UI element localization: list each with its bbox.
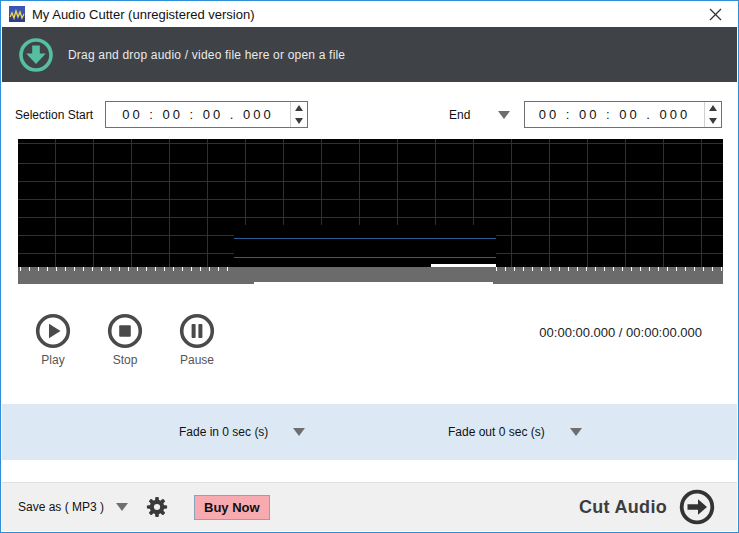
selection-start-input[interactable]: 00 : 00 : 00 . 000	[105, 101, 308, 128]
pause-button[interactable]: Pause	[167, 313, 227, 367]
end-label: End	[449, 108, 470, 122]
buy-now-button[interactable]: Buy Now	[194, 495, 270, 520]
selection-start-spinner	[290, 102, 307, 127]
cut-audio-label: Cut Audio	[579, 497, 667, 518]
time-display: 00:00:00.000 / 00:00:00.000	[539, 325, 702, 340]
window-title: My Audio Cutter (unregistered version)	[32, 7, 255, 22]
cut-audio-button[interactable]: Cut Audio	[579, 489, 715, 525]
spin-down-icon	[709, 118, 717, 124]
selection-start-label: Selection Start	[15, 108, 93, 122]
play-button[interactable]: Play	[23, 313, 83, 367]
selection-row: Selection Start 00 : 00 : 00 . 000 End 0…	[1, 101, 739, 129]
chevron-down-icon[interactable]	[570, 428, 582, 436]
waveform-display[interactable]	[18, 139, 723, 285]
selection-end-input[interactable]: 00 : 00 : 00 . 000	[524, 101, 722, 128]
chevron-down-icon[interactable]	[293, 428, 305, 436]
close-button[interactable]	[700, 1, 730, 27]
app-window: My Audio Cutter (unregistered version) D…	[0, 0, 739, 533]
close-icon	[709, 8, 722, 21]
channel-zero-line	[234, 257, 496, 258]
buy-now-label: Buy Now	[204, 500, 260, 515]
spin-up-icon	[295, 105, 303, 111]
spin-down-button[interactable]	[705, 115, 721, 128]
title-bar: My Audio Cutter (unregistered version)	[1, 1, 738, 27]
ruler-highlight	[254, 282, 493, 284]
spin-up-icon	[709, 105, 717, 111]
transport-bar: Play Stop Pause 00:00:00.000 / 00:00:00.…	[1, 313, 739, 373]
fade-out-label: Fade out 0 sec (s)	[448, 425, 545, 439]
stop-button[interactable]: Stop	[95, 313, 155, 367]
timeline-ruler[interactable]	[18, 267, 723, 284]
selection-end-spinner	[704, 102, 721, 127]
spin-down-button[interactable]	[291, 115, 307, 128]
selection-start-value[interactable]: 00 : 00 : 00 . 000	[106, 102, 290, 127]
fade-in-dropdown[interactable]: Fade in 0 sec (s)	[179, 404, 305, 460]
spin-up-button[interactable]	[705, 102, 721, 115]
play-icon	[35, 313, 71, 349]
pause-label: Pause	[180, 353, 214, 367]
fade-in-label: Fade in 0 sec (s)	[179, 425, 268, 439]
drop-zone[interactable]: Drag and drop audio / video file here or…	[2, 27, 737, 82]
ruler-ticks	[20, 267, 234, 271]
chevron-down-icon[interactable]	[116, 503, 128, 511]
play-label: Play	[41, 353, 64, 367]
channel-zero-line	[234, 238, 496, 239]
download-icon[interactable]	[18, 37, 54, 73]
spin-up-button[interactable]	[291, 102, 307, 115]
dropzone-text: Drag and drop audio / video file here or…	[68, 48, 345, 62]
fade-bar: Fade in 0 sec (s) Fade out 0 sec (s)	[2, 404, 737, 460]
spin-down-icon	[295, 118, 303, 124]
gear-icon	[146, 496, 168, 518]
stop-label: Stop	[113, 353, 138, 367]
waveform-grid[interactable]	[18, 139, 723, 267]
chevron-down-icon[interactable]	[498, 111, 510, 119]
app-logo-icon	[9, 6, 25, 22]
selection-end-value[interactable]: 00 : 00 : 00 . 000	[525, 102, 704, 127]
settings-button[interactable]	[146, 496, 168, 518]
ruler-ticks	[496, 267, 722, 271]
fade-out-dropdown[interactable]: Fade out 0 sec (s)	[448, 404, 582, 460]
stop-icon	[107, 313, 143, 349]
pause-icon	[179, 313, 215, 349]
end-dropdown[interactable]: End	[449, 108, 510, 122]
footer-bar: Save as ( MP3 ) Buy Now Cut Audio	[2, 482, 737, 531]
waveform-trace-area	[234, 225, 496, 267]
save-as-label[interactable]: Save as ( MP3 )	[18, 500, 104, 514]
cut-audio-arrow-icon[interactable]	[679, 489, 715, 525]
